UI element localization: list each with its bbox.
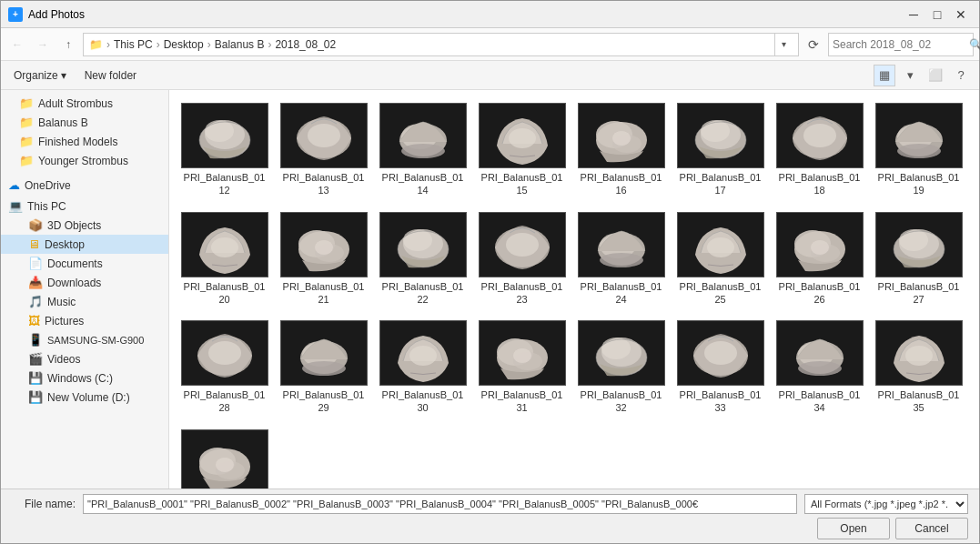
- file-name: PRI_BalanusB_0128: [184, 388, 266, 415]
- breadcrumb-sep-2: ›: [207, 38, 211, 51]
- filetype-select[interactable]: All Formats (*.jpg *.jpeg *.jp2 *.: [804, 494, 968, 514]
- svg-point-30: [897, 144, 941, 158]
- sidebar-label: New Volume (D:): [47, 391, 130, 404]
- file-item[interactable]: PRI_BalanusB_0113: [276, 97, 371, 203]
- file-item[interactable]: PRI_BalanusB_0129: [276, 315, 371, 420]
- file-thumbnail: [578, 103, 665, 168]
- sidebar-item-pictures[interactable]: 🖼 Pictures: [1, 311, 168, 330]
- file-name: PRI_BalanusB_0131: [481, 388, 563, 415]
- sidebar-item-new-volume-d[interactable]: 💾 New Volume (D:): [1, 388, 168, 407]
- svg-point-49: [600, 253, 643, 267]
- bottom-bar: File name: All Formats (*.jpg *.jpeg *.j…: [1, 489, 979, 543]
- open-button[interactable]: Open: [817, 518, 890, 539]
- minimize-button[interactable]: ─: [903, 5, 924, 24]
- organize-chevron: ▾: [61, 69, 66, 82]
- close-button[interactable]: ✕: [950, 5, 972, 24]
- file-item[interactable]: PRI_BalanusB_0118: [772, 97, 867, 203]
- file-thumbnail: [181, 103, 268, 168]
- search-input[interactable]: [833, 38, 969, 51]
- breadcrumb-this-pc[interactable]: This PC: [114, 38, 153, 51]
- file-name: PRI_BalanusB_0122: [382, 280, 464, 307]
- sidebar-label: Desktop: [45, 238, 85, 251]
- file-thumbnail: [677, 212, 764, 277]
- sidebar-item-adult-strombus[interactable]: 📁 Adult Strombus: [1, 94, 168, 113]
- svg-point-32: [211, 237, 238, 257]
- sidebar-item-documents[interactable]: 📄 Documents: [1, 254, 168, 273]
- file-item[interactable]: PRI_BalanusB_0132: [573, 315, 669, 420]
- file-item[interactable]: PRI_BalanusB_0133: [672, 315, 768, 420]
- new-folder-button[interactable]: New folder: [79, 67, 142, 84]
- file-name: PRI_BalanusB_0112: [184, 171, 266, 197]
- breadcrumb-desktop[interactable]: Desktop: [164, 38, 204, 51]
- sidebar-item-finished-models[interactable]: 📁 Finished Models: [1, 132, 168, 151]
- file-item[interactable]: PRI_BalanusB_0128: [177, 315, 272, 420]
- maximize-button[interactable]: □: [926, 5, 948, 24]
- file-thumbnail: [479, 320, 566, 386]
- sidebar-item-windows-c[interactable]: 💾 Windows (C:): [1, 368, 168, 388]
- file-item[interactable]: PRI_BalanusB_0125: [672, 207, 768, 312]
- drive-icon: 💾: [28, 371, 43, 385]
- breadcrumb-sep-1: ›: [157, 38, 160, 51]
- file-name: PRI_BalanusB_0117: [680, 171, 762, 197]
- sidebar-label: OneDrive: [25, 179, 71, 192]
- cancel-button[interactable]: Cancel: [895, 518, 968, 539]
- view-thumbnails-button[interactable]: ▦: [874, 65, 895, 86]
- file-item[interactable]: PRI_BalanusB_0124: [573, 207, 669, 312]
- filename-row: File name: All Formats (*.jpg *.jpeg *.j…: [12, 494, 968, 514]
- file-item[interactable]: PRI_BalanusB_0116: [573, 97, 669, 203]
- sidebar-item-balanus-b[interactable]: 📁 Balanus B: [1, 113, 168, 132]
- back-button[interactable]: ←: [6, 34, 28, 55]
- preview-pane-button[interactable]: ⬜: [924, 65, 946, 86]
- file-item[interactable]: PRI_BalanusB_0126: [772, 207, 867, 312]
- sidebar-item-videos[interactable]: 🎬 Videos: [1, 349, 168, 368]
- file-item[interactable]: PRI_BalanusB_0121: [276, 207, 371, 312]
- filename-input[interactable]: [83, 494, 797, 514]
- up-button[interactable]: ↑: [57, 34, 79, 55]
- folder-icon: 📄: [28, 257, 43, 270]
- file-item[interactable]: PRI_BalanusB_0115: [474, 97, 570, 203]
- sidebar-item-samsung[interactable]: 📱 SAMSUNG-SM-G900: [1, 330, 168, 349]
- sidebar-item-desktop[interactable]: 🖥 Desktop: [1, 235, 168, 254]
- svg-point-56: [811, 240, 829, 255]
- folder-icon: 🖼: [28, 314, 40, 327]
- file-item[interactable]: PRI_BalanusB_0135: [871, 315, 966, 420]
- organize-label: Organize: [14, 69, 58, 82]
- sidebar-item-downloads[interactable]: 📥 Downloads: [1, 273, 168, 292]
- sidebar-item-this-pc[interactable]: 💻 This PC: [1, 196, 168, 216]
- breadcrumb-date[interactable]: 2018_08_02: [275, 38, 336, 51]
- file-item[interactable]: PRI_BalanusB_0127: [871, 207, 966, 312]
- sidebar-item-music[interactable]: 🎵 Music: [1, 292, 168, 311]
- sidebar-label: 3D Objects: [47, 219, 101, 232]
- organize-button[interactable]: Organize ▾: [8, 67, 72, 84]
- view-dropdown-button[interactable]: ▾: [899, 65, 921, 86]
- help-button[interactable]: ?: [950, 65, 972, 86]
- sidebar-item-3d-objects[interactable]: 📦 3D Objects: [1, 216, 168, 235]
- file-item[interactable]: PRI_BalanusB_0131: [474, 315, 570, 420]
- file-item[interactable]: PRI_BalanusB_0122: [375, 207, 470, 312]
- filename-label: File name:: [12, 498, 76, 510]
- breadcrumb-balanus[interactable]: Balanus B: [215, 38, 265, 51]
- file-item[interactable]: PRI_BalanusB_0120: [177, 207, 272, 312]
- breadcrumb-dropdown-button[interactable]: ▾: [774, 33, 793, 56]
- refresh-button[interactable]: ⟳: [803, 34, 824, 55]
- file-item[interactable]: PRI_BalanusB_0134: [772, 315, 867, 420]
- file-name: PRI_BalanusB_0135: [878, 388, 960, 415]
- search-icon: 🔍: [969, 38, 980, 51]
- sidebar-label: Adult Strombus: [38, 97, 113, 110]
- sidebar-item-younger-strombus[interactable]: 📁 Younger Strombus: [1, 151, 168, 170]
- file-item[interactable]: PRI_BalanusB_0114: [375, 97, 470, 203]
- file-item[interactable]: PRI_BalanusB_0123: [474, 207, 570, 312]
- svg-point-22: [701, 120, 730, 142]
- file-item[interactable]: PRI_BalanusB_0117: [672, 97, 768, 203]
- svg-point-51: [707, 237, 734, 257]
- file-item[interactable]: PRI_BalanusB_0130: [375, 315, 470, 420]
- folder-icon: 🖥: [28, 237, 40, 251]
- sidebar-label: Videos: [47, 353, 80, 366]
- forward-button[interactable]: →: [32, 34, 54, 55]
- folder-icon: 🎬: [28, 352, 43, 366]
- file-name: PRI_BalanusB_0124: [581, 280, 662, 307]
- file-item[interactable]: PRI_BalanusB_0119: [871, 97, 966, 203]
- file-item[interactable]: PRI_BalanusB_0136: [177, 424, 272, 489]
- file-item[interactable]: PRI_BalanusB_0112: [177, 97, 272, 203]
- sidebar-item-onedrive[interactable]: ☁ OneDrive: [1, 176, 168, 195]
